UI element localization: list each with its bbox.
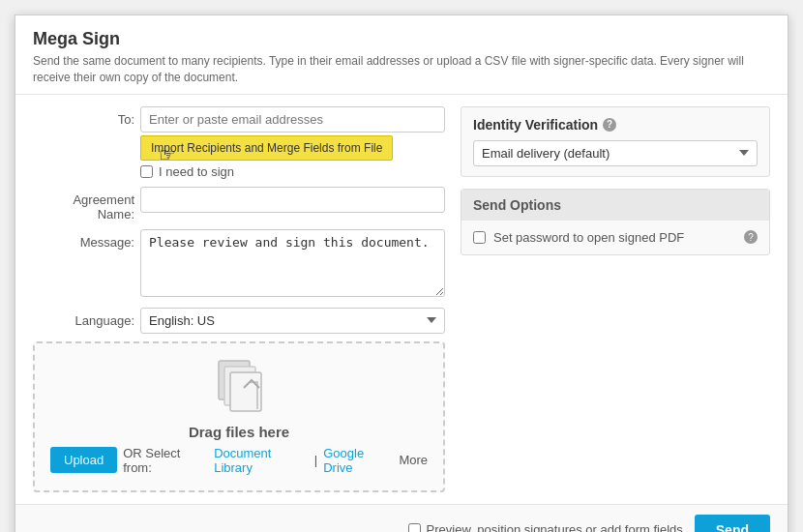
upload-actions: Upload OR Select from: Document Library … [50, 446, 428, 475]
agreement-name-input[interactable] [140, 187, 445, 213]
to-input-wrap: Import Recipients and Merge Fields from … [140, 106, 445, 133]
right-panel: Identity Verification ? Email delivery (… [461, 106, 770, 492]
language-row: Language: English: US [33, 308, 445, 334]
or-label: OR Select from: [123, 446, 208, 475]
footer-preview: Preview, position signatures or add form… [408, 522, 683, 532]
send-option-row: Set password to open signed PDF ? [473, 230, 758, 245]
modal-header: Mega Sign Send the same document to many… [15, 15, 788, 95]
modal-body: To: Import Recipients and Merge Fields f… [15, 95, 788, 504]
message-value: Please review and sign this document. [140, 229, 445, 300]
agreement-name-value [140, 187, 445, 213]
send-button[interactable]: Send [695, 515, 770, 532]
upload-button[interactable]: Upload [50, 447, 117, 473]
drag-text: Drag files here [189, 424, 289, 440]
language-label: Language: [33, 308, 134, 328]
send-options-title: Send Options [461, 190, 769, 221]
password-checkbox[interactable] [473, 231, 486, 244]
identity-title: Identity Verification ? [473, 117, 758, 133]
separator: | [314, 453, 317, 467]
identity-title-text: Identity Verification [473, 117, 598, 133]
agreement-name-label: Agreement Name: [33, 187, 134, 222]
identity-help-icon[interactable]: ? [603, 118, 616, 132]
message-label: Message: [33, 229, 134, 250]
to-row: To: Import Recipients and Merge Fields f… [33, 106, 445, 133]
to-input[interactable] [140, 106, 445, 133]
left-panel: To: Import Recipients and Merge Fields f… [33, 106, 445, 492]
password-help-icon[interactable]: ? [744, 230, 758, 244]
modal-title: Mega Sign [33, 29, 770, 49]
google-drive-link[interactable]: Google Drive [323, 446, 393, 475]
svg-rect-2 [230, 372, 261, 411]
send-options-section: Send Options Set password to open signed… [461, 189, 770, 255]
identity-verification-section: Identity Verification ? Email delivery (… [461, 106, 770, 177]
password-label: Set password to open signed PDF [493, 230, 736, 245]
i-need-to-sign-row: I need to sign [140, 164, 445, 179]
upload-area[interactable]: Drag files here Upload OR Select from: D… [33, 341, 445, 492]
i-need-to-sign-label: I need to sign [159, 164, 234, 179]
document-library-link[interactable]: Document Library [214, 446, 309, 475]
message-textarea[interactable]: Please review and sign this document. [140, 229, 445, 297]
agreement-name-row: Agreement Name: [33, 187, 445, 222]
to-label: To: [33, 112, 134, 127]
modal-footer: Preview, position signatures or add form… [15, 504, 788, 532]
file-icon [215, 359, 263, 418]
i-need-to-sign-checkbox[interactable] [140, 165, 153, 178]
preview-checkbox[interactable] [408, 523, 421, 532]
identity-select[interactable]: Email delivery (default) [473, 140, 758, 166]
language-select[interactable]: English: US [140, 308, 445, 334]
message-row: Message: Please review and sign this doc… [33, 229, 445, 300]
more-link[interactable]: More [399, 453, 428, 467]
preview-label: Preview, position signatures or add form… [427, 522, 683, 532]
mega-sign-modal: Mega Sign Send the same document to many… [15, 15, 788, 532]
identity-select-wrap: Email delivery (default) [473, 140, 758, 166]
modal-subtitle: Send the same document to many recipient… [33, 53, 770, 86]
language-select-wrap: English: US [140, 308, 445, 334]
import-recipients-hint[interactable]: Import Recipients and Merge Fields from … [140, 135, 393, 161]
